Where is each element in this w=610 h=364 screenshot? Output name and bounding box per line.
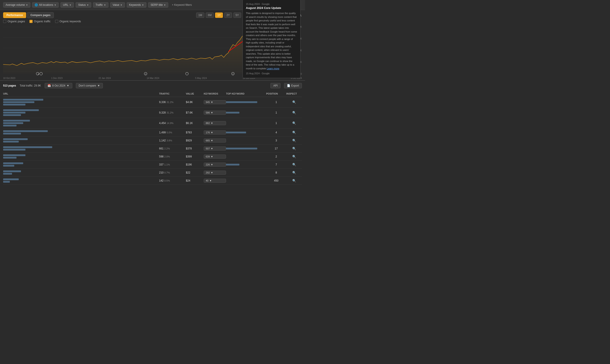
chevron-down-icon: ▼ <box>26 4 28 6</box>
url-cell <box>3 130 159 134</box>
url-cell <box>3 154 159 159</box>
traffic-cell: 4,454 14.9% <box>159 122 186 125</box>
api-button[interactable]: API <box>270 83 280 88</box>
top-keyword-bar <box>226 101 257 103</box>
inspect-cell: 🔍 <box>286 147 302 150</box>
value-cell: $22 <box>186 171 204 174</box>
traffic-cell: 661 2.2% <box>159 147 186 150</box>
value-cell: $378 <box>186 147 204 150</box>
keywords-button[interactable]: 176 ▼ <box>204 130 226 134</box>
top-keyword-bar <box>226 131 246 133</box>
url-cell <box>3 99 159 105</box>
value-cell: $7.6K <box>186 111 204 114</box>
table-row: 337 1.1%$196226 ▼7🔍 <box>3 161 302 169</box>
checkbox-organic-keywords[interactable] <box>55 20 58 23</box>
time-1y-button[interactable]: 1Y <box>215 13 223 18</box>
chevron-down-icon: ▼ <box>142 4 144 6</box>
pages-count: 513 pages <box>3 84 16 87</box>
chevron-down-icon: ▼ <box>211 131 213 134</box>
time-2y-button[interactable]: 2Y <box>224 13 232 18</box>
position-cell: 8 <box>266 171 286 174</box>
inspect-search-button[interactable]: 🔍 <box>292 179 296 182</box>
url-bar <box>3 104 26 105</box>
status-filter[interactable]: Status ▼ <box>76 2 91 8</box>
position-cell: 4 <box>266 131 286 134</box>
total-traffic: Total traffic: 29.9K <box>20 84 41 87</box>
url-bar <box>3 149 26 151</box>
position-cell: 2 <box>266 155 286 158</box>
keywords-button[interactable]: 945 ▼ <box>204 100 226 104</box>
table-export-button[interactable]: 📄 Export <box>284 83 302 88</box>
chevron-down-icon: ▼ <box>97 84 100 87</box>
all-locations-filter[interactable]: 🌐 All locations ▼ <box>32 2 59 8</box>
inspect-search-button[interactable]: 🔍 <box>292 147 296 150</box>
checkbox-organic-traffic[interactable] <box>29 20 33 23</box>
learn-more-link[interactable]: Learn more <box>267 67 279 70</box>
inspect-search-button[interactable]: 🔍 <box>292 163 296 166</box>
keywords-button[interactable]: 292 ▼ <box>204 171 226 175</box>
keywords-button[interactable]: 882 ▼ <box>204 121 226 125</box>
keywords-button[interactable]: 40 ▼ <box>204 179 226 183</box>
keywords-button[interactable]: 586 ▼ <box>204 111 226 115</box>
url-bar <box>3 146 52 148</box>
keywords-filter[interactable]: Keywords ▼ <box>127 2 146 8</box>
keywords-button[interactable]: 507 ▼ <box>204 146 226 151</box>
inspect-search-button[interactable]: 🔍 <box>292 131 296 134</box>
inspect-search-button[interactable]: 🔍 <box>292 171 296 174</box>
time-6m-button[interactable]: 6M <box>206 13 214 18</box>
inspect-cell: 🔍 <box>286 171 302 174</box>
time-1m-button[interactable]: 1M <box>196 13 204 18</box>
url-bar <box>3 162 23 164</box>
organic-traffic-checkbox[interactable]: Organic traffic <box>29 20 50 23</box>
calendar-icon: 📅 <box>48 84 51 87</box>
chevron-down-icon: ▼ <box>211 163 213 166</box>
traffic-cell: 210 0.7% <box>159 171 186 174</box>
svg-text:2: 2 <box>232 73 233 75</box>
dont-compare-button[interactable]: Don't compare ▼ <box>76 83 103 88</box>
inspect-search-button[interactable]: 🔍 <box>292 100 296 104</box>
url-bar <box>3 114 21 116</box>
inspect-search-button[interactable]: 🔍 <box>292 139 296 142</box>
avg-volume-filter[interactable]: Average volume ▼ <box>3 2 30 8</box>
url-filter[interactable]: URL ▼ <box>60 2 74 8</box>
tooltip-title: August 2024 Core Update <box>246 6 297 10</box>
table-row: 661 2.2%$378507 ▼17🔍 <box>3 144 302 153</box>
table-row: 1,142 3.8%$929665 ▼3🔍 <box>3 136 302 144</box>
traffic-filter[interactable]: Traffic ▼ <box>93 2 108 8</box>
add-keyword-filter-button[interactable]: + Keyword filters <box>170 2 193 7</box>
url-bar <box>3 173 12 175</box>
keywords-button[interactable]: 665 ▼ <box>204 139 226 143</box>
url-bar <box>3 133 21 134</box>
keywords-button[interactable]: 226 ▼ <box>204 163 226 167</box>
serp-title-filter[interactable]: SERP title ▼ <box>148 2 168 8</box>
tab-performance[interactable]: Performance <box>3 12 26 18</box>
inspect-cell: 🔍 <box>286 139 302 142</box>
table-row: 142 0.5%$2440 ▼450🔍 <box>3 177 302 185</box>
keywords-button[interactable]: 639 ▼ <box>204 155 226 159</box>
tab-compare-pages[interactable]: Compare pages <box>27 12 54 18</box>
organic-pages-checkbox[interactable]: Organic pages <box>3 20 25 23</box>
chevron-down-icon: ▼ <box>211 122 213 124</box>
inspect-search-button[interactable]: 🔍 <box>292 121 296 125</box>
chevron-down-icon: ▼ <box>54 4 56 6</box>
position-cell: 1 <box>266 111 286 114</box>
date-selector-button[interactable]: 📅 8 Oct 2024 ▼ <box>45 83 72 88</box>
url-cell <box>3 109 159 116</box>
value-cell: $196 <box>186 163 204 166</box>
position-cell: 1 <box>266 101 286 104</box>
inspect-search-button[interactable]: 🔍 <box>292 155 296 158</box>
organic-keywords-checkbox[interactable]: Organic keywords <box>55 20 81 23</box>
value-filter[interactable]: Value ▼ <box>110 2 125 8</box>
checkbox-organic-pages[interactable] <box>3 20 6 23</box>
position-cell: 1 <box>266 122 286 125</box>
position-cell: 17 <box>266 147 286 150</box>
chevron-down-icon: ▼ <box>69 4 71 6</box>
table-row: 210 0.7%$22292 ▼8🔍 <box>3 169 302 177</box>
google-update-tooltip: 15 Aug 2024 · Google August 2024 Core Up… <box>242 0 301 78</box>
time-5y-button[interactable]: 5Y <box>233 13 241 18</box>
inspect-search-button[interactable]: 🔍 <box>292 111 296 114</box>
position-cell: 3 <box>266 139 286 142</box>
chevron-down-icon: ▼ <box>164 4 166 6</box>
url-bar <box>3 122 23 124</box>
url-bar <box>3 120 30 122</box>
